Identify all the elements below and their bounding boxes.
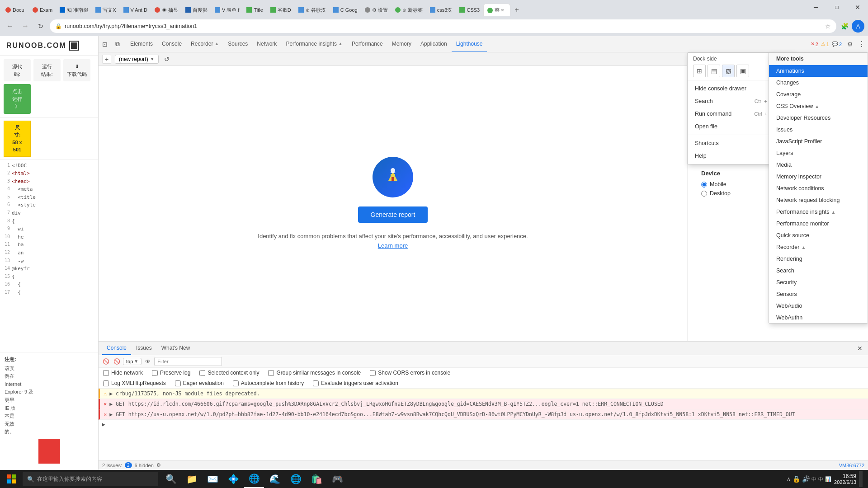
taskbar-app-search[interactable]: 🔍 <box>161 470 181 488</box>
close-button[interactable]: ✕ <box>847 0 868 14</box>
media-item[interactable]: Media <box>769 159 868 171</box>
tab-network[interactable]: Network <box>252 36 281 52</box>
tab-newtab[interactable]: ⊕ 新标签 <box>392 4 426 16</box>
preserve-log-option[interactable]: Preserve log <box>152 370 190 376</box>
css-overview-item[interactable]: CSS Overview ▲ <box>769 100 868 112</box>
more-tools-button[interactable]: ⋮ <box>856 39 867 50</box>
changes-item[interactable]: Changes <box>769 77 868 89</box>
layers-item[interactable]: Layers <box>769 147 868 159</box>
tab-cai-active[interactable]: 菜 × <box>483 4 510 16</box>
tab-lighthouse[interactable]: Lighthouse <box>452 36 487 52</box>
js-profiler-item[interactable]: JavaScript Profiler <box>769 136 868 147</box>
tab-performance[interactable]: Performance <box>347 36 387 52</box>
source-code-button[interactable]: 源代码: <box>4 59 31 81</box>
taskbar-app-mail[interactable]: ✉️ <box>203 470 222 488</box>
dock-bottom-btn[interactable]: ▤ <box>708 65 720 77</box>
settings-icon[interactable]: ⚙ <box>844 39 855 50</box>
tab-css32[interactable]: css3汉 <box>426 4 456 16</box>
tab-docx[interactable]: Docu <box>2 4 29 16</box>
eye-icon[interactable]: 👁 <box>143 357 152 366</box>
taskbar-app-store[interactable]: 🛍️ <box>307 470 326 488</box>
console-tab-issues[interactable]: Issues <box>132 342 156 355</box>
quick-source-item[interactable]: Quick source <box>769 230 868 241</box>
search-item2[interactable]: Search <box>769 265 868 277</box>
minimize-button[interactable]: ─ <box>806 0 826 14</box>
tab-gugeyi[interactable]: ⊕ 谷歌汉 <box>295 4 330 16</box>
tab-googlex[interactable]: C Goog <box>330 4 361 16</box>
taskbar-app-chrome[interactable]: 🌐 <box>244 470 264 488</box>
reload-button[interactable]: ↻ <box>34 20 47 33</box>
profile-icon[interactable]: A <box>852 20 864 33</box>
run-result-button[interactable]: 运行结果: <box>33 59 61 81</box>
developer-resources-item[interactable]: Developer Resources <box>769 112 868 124</box>
tab-antd[interactable]: V Ant D <box>120 4 151 16</box>
execute-button[interactable]: 点击运行》 <box>4 84 31 114</box>
new-tab-button[interactable]: + <box>510 4 523 16</box>
tab-zhihu[interactable]: 知 准南彪 <box>56 4 92 16</box>
perf-insights-item[interactable]: Performance insights ▲ <box>769 206 868 218</box>
settings-gear[interactable]: ⚙ <box>156 462 161 468</box>
autocomplete-option[interactable]: Autocomplete from history <box>233 380 304 386</box>
refresh-report-button[interactable]: ↺ <box>162 55 171 64</box>
tab-sources[interactable]: Sources <box>223 36 252 52</box>
tab-recorder[interactable]: Recorder▲ <box>186 36 223 52</box>
taskbar-app-game[interactable]: 🎮 <box>327 470 347 488</box>
tab-css3[interactable]: CSS3 <box>456 4 483 16</box>
generate-report-button[interactable]: Generate report <box>358 206 428 223</box>
maximize-button[interactable]: □ <box>826 0 847 14</box>
console-tab-whatsnew[interactable]: What's New <box>157 342 195 355</box>
console-prompt[interactable]: ▶ <box>99 420 868 429</box>
tab-baidu[interactable]: 百度影 <box>182 4 211 16</box>
sensors-item[interactable]: Sensors <box>769 288 868 300</box>
dock-left-btn[interactable]: ▣ <box>736 65 749 77</box>
webaudio-item[interactable]: WebAudio <box>769 300 868 312</box>
group-similar-option[interactable]: Group similar messages in console <box>268 370 361 376</box>
tab-console[interactable]: Console <box>157 36 186 52</box>
taskbar-search-bar[interactable]: 🔍 在这里输入你要搜索的内容 <box>23 472 158 486</box>
eval-triggers-option[interactable]: Evaluate triggers user activation <box>313 380 398 386</box>
tab-write[interactable]: 写文X <box>92 4 119 16</box>
webauthn-item[interactable]: WebAuthn <box>769 312 868 324</box>
bookmark-icon[interactable]: ☆ <box>825 23 831 30</box>
taskbar-app-files[interactable]: 📁 <box>182 470 202 488</box>
tab-biaoge[interactable]: V 表单 f <box>211 4 243 16</box>
tab-application[interactable]: Application <box>416 36 452 52</box>
recorder-item[interactable]: Recorder ▲ <box>769 241 868 253</box>
devtools-dock-left-icon[interactable]: ⊡ <box>99 39 110 50</box>
devtools-detach-icon[interactable]: ⧉ <box>112 39 123 50</box>
taskbar-network-icon[interactable]: 🔒 <box>793 475 800 483</box>
add-report-button[interactable]: + <box>102 55 111 64</box>
tab-googletrans[interactable]: 谷歌D <box>267 4 295 16</box>
show-desktop-btn[interactable] <box>859 471 863 487</box>
taskbar-up-arrow[interactable]: ∧ <box>787 476 791 482</box>
network-conditions-item[interactable]: Network conditions <box>769 183 868 194</box>
animations-item[interactable]: Animations <box>769 65 868 77</box>
security-item[interactable]: Security <box>769 277 868 288</box>
learn-more-link[interactable]: Learn more <box>378 242 408 249</box>
taskbar-app-ie[interactable]: 🌐 <box>286 470 306 488</box>
context-select[interactable]: top ▼ <box>123 358 142 365</box>
mobile-radio[interactable] <box>701 182 707 188</box>
tab-memory[interactable]: Memory <box>387 36 416 52</box>
tab-perf-insights[interactable]: Performance insights▲ <box>281 36 347 52</box>
dock-right-btn[interactable]: ▧ <box>722 65 735 77</box>
log-xml-option[interactable]: Log XMLHttpRequests <box>103 380 166 386</box>
extension-icon[interactable]: 🧩 <box>839 21 850 32</box>
memory-inspector-item[interactable]: Memory Inspector <box>769 171 868 183</box>
issues-item[interactable]: Issues <box>769 124 868 136</box>
address-input-wrap[interactable]: 🔒 runoob.com/try/try.php?filename=trycss… <box>50 19 836 33</box>
network-request-blocking-item[interactable]: Network request blocking <box>769 194 868 206</box>
coverage-item[interactable]: Coverage <box>769 89 868 100</box>
tab-settings[interactable]: ⚙ 设置 <box>361 4 392 16</box>
filter-input[interactable] <box>154 357 222 366</box>
toolbar-filter-btn[interactable]: 🚫 <box>112 357 121 366</box>
taskbar-ime-icon[interactable]: 中 <box>818 476 823 483</box>
tab-elements[interactable]: Elements <box>126 36 157 52</box>
toolbar-clear-btn[interactable]: 🚫 <box>101 357 110 366</box>
desktop-radio[interactable] <box>701 191 707 197</box>
tab-chao[interactable]: ◈ 抽显 <box>151 4 182 16</box>
back-button[interactable]: ← <box>4 20 16 33</box>
taskbar-chart-icon[interactable]: 📊 <box>825 476 831 482</box>
taskbar-lang-icon[interactable]: 中 <box>811 476 816 483</box>
download-code-button[interactable]: ⬇下载代码 <box>63 59 90 81</box>
